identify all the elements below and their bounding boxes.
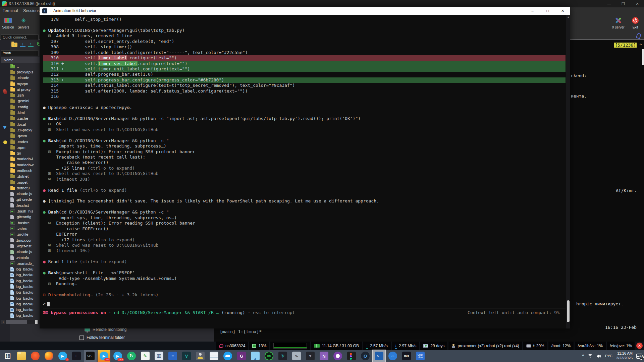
taskbar-messenger-button[interactable]: ▶2	[56, 350, 69, 362]
status-users: proxmoxer (x2) robot (x2) root (x4)	[448, 342, 522, 350]
taskbar-notion-button[interactable]: N	[318, 350, 330, 362]
status-close-button[interactable]: ✕	[636, 343, 643, 349]
terminal-line: 178 self._stop_timer()	[43, 17, 566, 22]
prompt-row[interactable]: >	[43, 301, 566, 307]
folder-icon	[10, 175, 15, 178]
taskbar-photos-button[interactable]: ▲	[249, 350, 262, 362]
folder-icon	[10, 169, 15, 173]
scrollbar-thumb[interactable]	[6, 320, 27, 324]
file-icon	[10, 296, 14, 300]
taskbar-telegram-button[interactable]: ▶.30	[98, 350, 110, 362]
taskbar-notepad-button[interactable]	[208, 350, 220, 362]
folder-up-icon[interactable]: ↑	[11, 43, 17, 47]
claude-terminal[interactable]: 178 self._stop_timer() ● Update(D:\CODIN…	[40, 15, 570, 328]
terminal-line	[43, 182, 566, 187]
notifications-icon[interactable]: 32	[636, 354, 642, 359]
tray-expand-icon[interactable]: ^	[582, 354, 584, 358]
taskbar-audio-button[interactable]: ∿	[290, 350, 303, 362]
sync-icon: ↻	[127, 352, 136, 360]
taskbar-userkey-button[interactable]	[194, 350, 207, 362]
session-button[interactable]: Session	[1, 15, 15, 29]
taskbar-fury-button[interactable]: F	[70, 350, 83, 362]
uptime-icon	[423, 344, 428, 348]
taskbar-gimp-button[interactable]: G	[235, 350, 248, 362]
servers-button[interactable]: ✳ Servers	[16, 15, 31, 29]
maximize-button[interactable]: □	[540, 7, 555, 15]
taskbar-opera-button[interactable]: O	[359, 350, 372, 362]
taskbar-vpn-button[interactable]: V	[180, 350, 193, 362]
menu-terminal[interactable]: Terminal	[3, 8, 18, 13]
upload-icon[interactable]: ↑	[28, 42, 34, 47]
sftp-path-input[interactable]	[1, 50, 39, 56]
download-icon[interactable]: ↓	[20, 42, 25, 47]
terminal-scrollbar-thumb[interactable]	[642, 49, 644, 65]
taskbar-powershell-button[interactable]: >_	[373, 350, 385, 362]
clock[interactable]: 11:16 AM 2/23/2026	[616, 351, 633, 361]
scrollbar-thumb[interactable]	[567, 300, 570, 322]
terminal-line: ⊡ OK	[43, 121, 566, 127]
explorer-icon	[17, 352, 26, 360]
keyboard-language[interactable]: РУС	[605, 354, 612, 358]
terminal-text-fragment: иента.	[571, 94, 587, 99]
folder-icon	[10, 164, 15, 167]
taskbar-mobaxterm-button[interactable]: ✳	[276, 350, 289, 362]
taskbar-telegram2-button[interactable]: ▶715	[111, 350, 124, 362]
taskbar-word-button[interactable]: ≡	[166, 350, 179, 362]
scroll-left-arrow[interactable]: ‹	[1, 320, 5, 324]
close-button[interactable]: ✕	[555, 7, 570, 15]
follow-terminal-folder-checkbox[interactable]	[79, 336, 84, 340]
terminal-line: raise EOFError()	[43, 160, 566, 165]
taskbar-funnel-button[interactable]: ▼	[304, 350, 317, 362]
taskbar-notes-button[interactable]: ✎	[139, 350, 152, 362]
file-icon	[10, 215, 14, 219]
debian-icon	[219, 344, 223, 348]
menu-sessions[interactable]: Sessions	[23, 8, 40, 13]
scroll-up-arrow[interactable]: ▲	[566, 16, 570, 18]
taskbar-start-button[interactable]: ⊞	[1, 350, 14, 362]
taskbar-brave-button[interactable]	[29, 350, 42, 362]
maximize-button[interactable]: ❐	[616, 0, 630, 7]
taskbar-mremoteng-button[interactable]: mR	[400, 350, 413, 362]
taskbar-firefox-button[interactable]	[43, 350, 55, 362]
x-server-button[interactable]: X server	[609, 15, 627, 29]
minimize-button[interactable]: —	[602, 0, 616, 7]
folder-icon	[10, 146, 15, 149]
taskbar-calculator-button[interactable]: ▦	[153, 350, 165, 362]
status-disk-etcpve: /etc/pve: 1%	[607, 342, 635, 350]
taskbar-github-button[interactable]	[331, 350, 344, 362]
x-server-icon	[614, 17, 622, 24]
wifi-icon[interactable]	[588, 354, 593, 358]
taskbar-quickutmo-button[interactable]: Quick utmo	[414, 350, 427, 362]
taskbar-cmd-button[interactable]: C:\_	[84, 350, 97, 362]
terminal-line: … +17 lines (ctrl+o to expand)	[43, 237, 566, 243]
folder-icon	[10, 123, 15, 126]
powershell-icon: >_	[375, 352, 383, 360]
taskbar-sync-button[interactable]: ↻	[125, 350, 138, 362]
file-icon	[10, 273, 14, 277]
vertical-scrollbar[interactable]: ▲	[566, 15, 570, 328]
photos-icon: ▲	[251, 352, 260, 360]
text-cursor	[47, 302, 50, 306]
taskbar-hs-button[interactable]: HS	[263, 350, 275, 362]
exit-button[interactable]: Exit	[628, 15, 643, 29]
quick-connect-input[interactable]	[1, 35, 39, 40]
file-icon	[10, 233, 15, 236]
claude-titlebar[interactable]: ❯ · Animation field behavior – □ ✕	[40, 7, 570, 15]
taskbar-figma-button[interactable]	[345, 350, 358, 362]
terminal-line: 310 - self.timer_label.configure(text=""…	[43, 55, 566, 61]
minimize-button[interactable]: –	[525, 7, 540, 15]
taskbar-explorer-button[interactable]	[15, 350, 28, 362]
taskbar-remote-button[interactable]: ▭	[386, 350, 399, 362]
speaker-icon[interactable]	[596, 354, 601, 358]
terminal-line: ⊡ Added 3 lines, removed 1 line	[43, 33, 566, 39]
remote-icon: ▭	[388, 352, 397, 360]
claude-window-title: Animation field behavior	[53, 8, 96, 13]
down-icon	[395, 343, 397, 349]
terminal-line	[43, 204, 566, 209]
terminal-line: Add-Type -AssemblyName System.Windows.Fo…	[43, 276, 566, 281]
terminal-line: ⊡ Shell cwd was reset to D:\CODING\GitHu…	[43, 243, 566, 248]
close-button[interactable]: ✕	[631, 0, 644, 7]
terminal-line: raise EOFError()	[43, 226, 566, 232]
taskbar-bird-button[interactable]	[221, 350, 234, 362]
terminal-line: ⊡ Discombobulating… (2m 25s · ↓ 3.2k tok…	[43, 292, 566, 298]
